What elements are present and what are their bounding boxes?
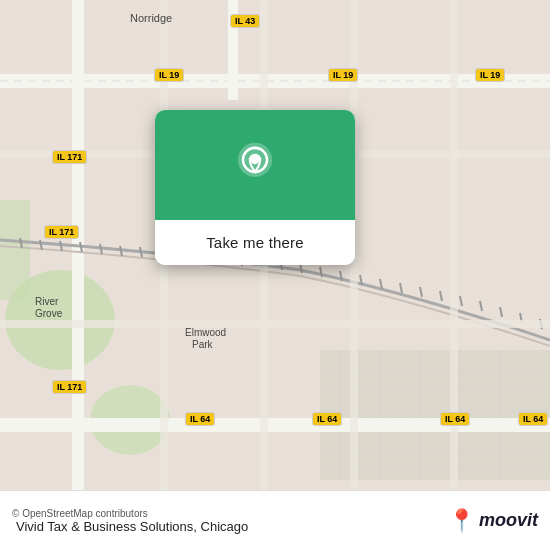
svg-text:Norridge: Norridge <box>130 12 172 24</box>
moovit-brand-text: moovit <box>479 510 538 531</box>
popup-card: Take me there <box>155 110 355 265</box>
road-badge-il64b: IL 64 <box>312 412 342 426</box>
road-badge-il43: IL 43 <box>230 14 260 28</box>
popup-green-area <box>155 110 355 220</box>
svg-text:Grove: Grove <box>35 308 63 319</box>
road-badge-il171b: IL 171 <box>44 225 79 239</box>
svg-text:Elmwood: Elmwood <box>185 327 226 338</box>
moovit-pin-icon: 📍 <box>448 508 475 534</box>
road-badge-il19c: IL 19 <box>475 68 505 82</box>
place-name: Vivid Tax & Business Solutions, Chicago <box>12 519 448 534</box>
road-badge-il171a: IL 171 <box>52 150 87 164</box>
svg-text:Park: Park <box>192 339 214 350</box>
svg-rect-58 <box>0 320 550 328</box>
road-badge-il64c: IL 64 <box>440 412 470 426</box>
road-badge-il64d: IL 64 <box>518 412 548 426</box>
road-badge-il19b: IL 19 <box>328 68 358 82</box>
bottom-bar: © OpenStreetMap contributors Vivid Tax &… <box>0 490 550 550</box>
map-attribution: © OpenStreetMap contributors <box>12 508 448 519</box>
svg-text:River: River <box>35 296 59 307</box>
road-badge-il64a: IL 64 <box>185 412 215 426</box>
road-badge-il19a: IL 19 <box>154 68 184 82</box>
location-pin-icon <box>231 141 279 189</box>
svg-rect-3 <box>0 200 30 300</box>
take-me-there-button[interactable]: Take me there <box>155 220 355 265</box>
road-badge-il171c: IL 171 <box>52 380 87 394</box>
moovit-logo: 📍 moovit <box>448 508 538 534</box>
map-container: Norridge River Grove Elmwood Park IL 43 … <box>0 0 550 490</box>
